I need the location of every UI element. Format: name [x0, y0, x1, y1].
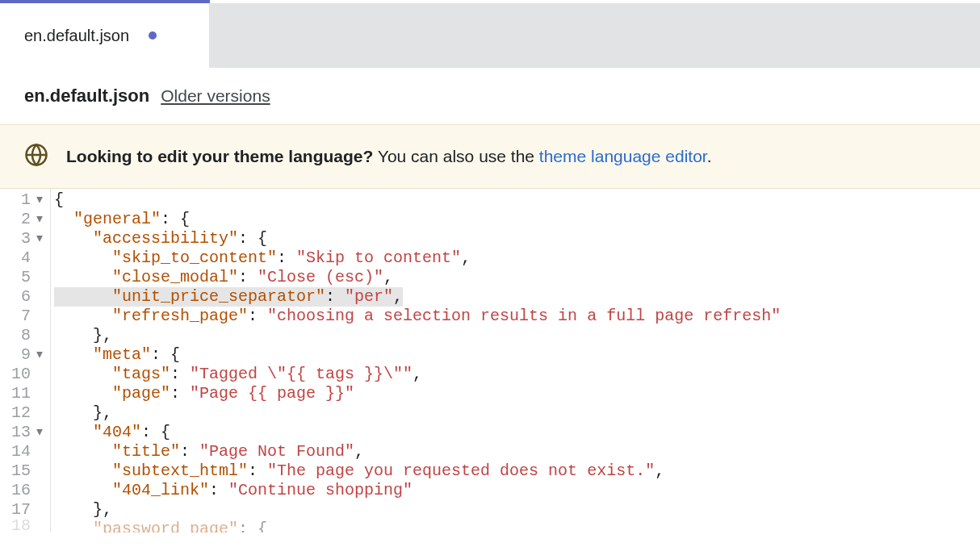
gutter-row: 9▾ — [0, 345, 50, 365]
code-line[interactable]: "title": "Page Not Found", — [51, 442, 980, 461]
line-number: 16 — [5, 481, 31, 500]
gutter-row: 18 — [0, 520, 50, 532]
line-number: 1 — [5, 190, 31, 210]
line-number: 10 — [5, 365, 31, 384]
gutter-row: 14 — [0, 442, 50, 461]
code-line[interactable]: "password_page": { — [51, 520, 980, 532]
older-versions-link[interactable]: Older versions — [161, 86, 270, 106]
code-editor[interactable]: 1▾2▾3▾456789▾10111213▾1415161718 { "gene… — [0, 189, 980, 532]
line-number: 14 — [5, 442, 31, 461]
gutter-row: 4 — [0, 248, 50, 268]
line-number: 12 — [5, 403, 31, 423]
gutter-row: 13▾ — [0, 423, 50, 442]
gutter-row: 7 — [0, 307, 50, 326]
fold-toggle-icon[interactable]: ▾ — [32, 423, 47, 442]
code-line[interactable]: "page": "Page {{ page }}" — [51, 384, 980, 403]
gutter-row: 1▾ — [0, 190, 50, 210]
line-number: 5 — [5, 268, 31, 287]
code-line[interactable]: "close_modal": "Close (esc)", — [51, 268, 980, 287]
line-number: 4 — [5, 248, 31, 268]
line-number: 9 — [5, 345, 31, 365]
gutter-row: 12 — [0, 403, 50, 423]
line-number: 17 — [5, 500, 31, 520]
gutter-row: 5 — [0, 268, 50, 287]
fold-toggle-icon[interactable]: ▾ — [32, 229, 47, 248]
gutter-row: 2▾ — [0, 210, 50, 229]
gutter-row: 11 — [0, 384, 50, 403]
gutter-row: 16 — [0, 481, 50, 500]
unsaved-dot-icon — [149, 31, 157, 40]
line-gutter: 1▾2▾3▾456789▾10111213▾1415161718 — [0, 189, 51, 532]
line-number: 11 — [5, 384, 31, 403]
code-line[interactable]: }, — [51, 326, 980, 345]
gutter-row: 15 — [0, 461, 50, 481]
subheader: en.default.json Older versions — [0, 68, 980, 124]
fold-toggle-icon[interactable]: ▾ — [32, 190, 47, 210]
line-number: 2 — [5, 210, 31, 229]
globe-icon — [24, 143, 48, 170]
banner-text: Looking to edit your theme language? You… — [66, 147, 712, 166]
line-number: 6 — [5, 287, 31, 307]
code-line[interactable]: }, — [51, 403, 980, 423]
gutter-row: 17 — [0, 500, 50, 520]
line-number: 8 — [5, 326, 31, 345]
fold-toggle-icon[interactable]: ▾ — [32, 345, 47, 365]
code-line[interactable]: "meta": { — [51, 345, 980, 365]
code-line[interactable]: "refresh_page": "choosing a selection re… — [51, 307, 980, 326]
theme-language-editor-link[interactable]: theme language editor — [539, 147, 707, 165]
tab-strip: en.default.json — [0, 3, 980, 68]
code-line[interactable]: "general": { — [51, 210, 980, 229]
info-banner: Looking to edit your theme language? You… — [0, 124, 980, 189]
line-number: 15 — [5, 461, 31, 481]
line-number: 3 — [5, 229, 31, 248]
gutter-row: 8 — [0, 326, 50, 345]
tab-label: en.default.json — [24, 27, 129, 45]
line-number: 7 — [5, 307, 31, 326]
code-line[interactable]: "404_link": "Continue shopping" — [51, 481, 980, 500]
code-line[interactable]: "subtext_html": "The page you requested … — [51, 461, 980, 481]
code-area[interactable]: { "general": { "accessibility": { "skip_… — [51, 189, 980, 532]
code-line[interactable]: "skip_to_content": "Skip to content", — [51, 248, 980, 268]
code-line[interactable]: "tags": "Tagged \"{{ tags }}\"", — [51, 365, 980, 384]
line-number: 13 — [5, 423, 31, 442]
code-line[interactable]: "accessibility": { — [51, 229, 980, 248]
gutter-row: 3▾ — [0, 229, 50, 248]
line-number: 18 — [5, 520, 31, 532]
code-line[interactable]: "unit_price_separator": "per", — [51, 287, 980, 307]
code-line[interactable]: }, — [51, 500, 980, 520]
code-line[interactable]: "404": { — [51, 423, 980, 442]
code-line[interactable]: { — [51, 190, 980, 210]
file-title: en.default.json — [24, 86, 149, 106]
file-tab[interactable]: en.default.json — [0, 3, 210, 68]
gutter-row: 10 — [0, 365, 50, 384]
gutter-row: 6 — [0, 287, 50, 307]
fold-toggle-icon[interactable]: ▾ — [32, 210, 47, 229]
